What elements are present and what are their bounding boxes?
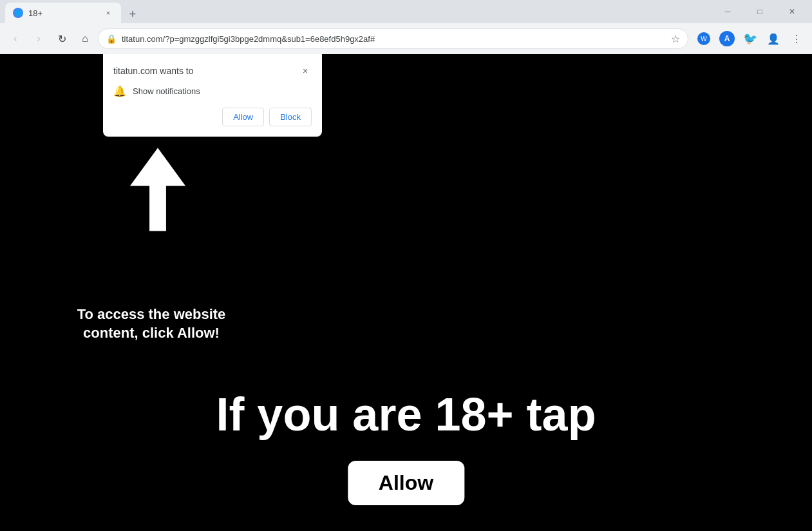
block-button-popup[interactable]: Block	[269, 108, 312, 126]
close-button[interactable]: ✕	[777, 0, 807, 23]
popup-permission-row: 🔔 Show notifications	[113, 85, 312, 97]
popup-actions: Allow Block	[113, 108, 312, 126]
profile-button[interactable]: A	[717, 28, 737, 49]
new-tab-button[interactable]: +	[124, 5, 142, 23]
tab-bar: 🌐 18+ × +	[5, 0, 708, 23]
url-bar[interactable]: 🔒 titatun.com/?p=gmzggzlfgi5gi3bpge2dmmq…	[98, 28, 688, 49]
up-arrow-icon	[119, 144, 196, 235]
minimize-button[interactable]: ─	[713, 0, 742, 23]
vertical-dots-icon: ⋮	[791, 33, 802, 45]
back-button[interactable]: ‹	[5, 28, 26, 49]
profile-avatar: A	[719, 31, 735, 46]
extension-icon-blue[interactable]: W	[694, 28, 714, 49]
big-text: If you are 18+ tap	[0, 388, 812, 441]
bookmark-star-icon[interactable]: ☆	[671, 33, 680, 45]
tab-close-button[interactable]: ×	[103, 8, 113, 18]
bird-icon: 🐦	[743, 32, 757, 46]
person-icon: 👤	[767, 33, 780, 45]
toolbar-icons: W A 🐦 👤 ⋮	[694, 28, 807, 49]
allow-button-page[interactable]: Allow	[348, 461, 464, 505]
lock-icon: 🔒	[106, 34, 117, 44]
svg-marker-0	[130, 148, 185, 231]
home-button[interactable]: ⌂	[75, 28, 95, 49]
tab-title: 18+	[28, 8, 98, 18]
notification-popup: titatun.com wants to × 🔔 Show notificati…	[103, 54, 322, 137]
menu-button[interactable]: ⋮	[786, 28, 807, 49]
refresh-button[interactable]: ↻	[52, 28, 72, 49]
popup-header: titatun.com wants to ×	[113, 64, 312, 77]
page-content: titatun.com wants to × 🔔 Show notificati…	[0, 54, 812, 531]
maximize-button[interactable]: □	[745, 0, 775, 23]
browser-frame: 🌐 18+ × + ─ □ ✕ ‹ › ↻ ⌂ 🔒 titatun.com/?p…	[0, 0, 812, 531]
window-controls: ─ □ ✕	[713, 0, 807, 23]
title-bar: 🌐 18+ × + ─ □ ✕	[0, 0, 812, 23]
popup-close-button[interactable]: ×	[299, 64, 312, 77]
allow-button-popup[interactable]: Allow	[222, 108, 264, 126]
instruction-text: To access the website content, click All…	[52, 305, 251, 342]
forward-button[interactable]: ›	[28, 28, 49, 49]
popup-title: titatun.com wants to	[113, 66, 194, 76]
bell-icon: 🔔	[113, 85, 126, 97]
address-bar: ‹ › ↻ ⌂ 🔒 titatun.com/?p=gmzggzlfgi5gi3b…	[0, 23, 812, 54]
tab-favicon: 🌐	[13, 8, 23, 18]
active-tab[interactable]: 🌐 18+ ×	[5, 3, 121, 23]
account-icon[interactable]: 👤	[763, 28, 784, 49]
extension-bird-icon[interactable]: 🐦	[740, 28, 760, 49]
ext-blue-circle: W	[697, 32, 710, 45]
url-text: titatun.com/?p=gmzggzlfgi5gi3bpge2dmmq&s…	[122, 34, 666, 44]
permission-text: Show notifications	[133, 86, 200, 96]
arrow-container	[119, 144, 196, 237]
